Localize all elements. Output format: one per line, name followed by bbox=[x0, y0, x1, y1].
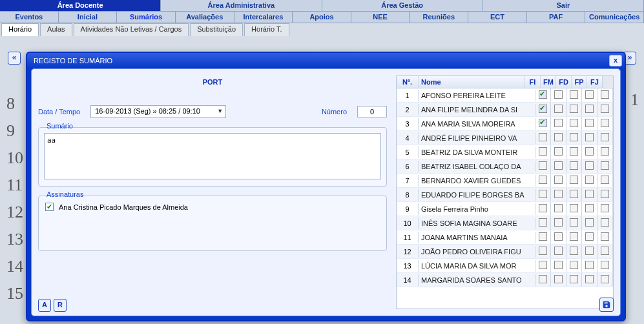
tab-item[interactable]: Substituição bbox=[190, 23, 243, 36]
fm-checkbox[interactable] bbox=[554, 232, 563, 241]
fj-checkbox[interactable] bbox=[601, 275, 609, 283]
fp-checkbox[interactable] bbox=[585, 176, 594, 184]
tab-item[interactable]: Aulas bbox=[40, 23, 72, 36]
fp-checkbox[interactable] bbox=[585, 161, 594, 170]
fj-checkbox[interactable] bbox=[601, 247, 609, 255]
fi-checkbox[interactable] bbox=[539, 176, 547, 184]
fm-checkbox[interactable] bbox=[554, 247, 563, 255]
fi-checkbox[interactable] bbox=[539, 133, 547, 141]
prev-arrow-button[interactable]: « bbox=[8, 52, 21, 65]
fi-checkbox[interactable] bbox=[539, 90, 547, 99]
table-row[interactable]: 1AFONSO PEREIRA LEITE bbox=[397, 88, 613, 103]
secondary-nav-item[interactable]: PAF bbox=[527, 12, 586, 23]
fj-checkbox[interactable] bbox=[601, 218, 609, 227]
fp-checkbox[interactable] bbox=[585, 247, 594, 255]
fd-checkbox[interactable] bbox=[570, 261, 578, 269]
table-row[interactable]: 11JOANA MARTINS MANAIA bbox=[397, 230, 613, 245]
fp-checkbox[interactable] bbox=[585, 232, 594, 241]
table-row[interactable]: 3ANA MARIA SILVA MOREIRA bbox=[397, 117, 613, 131]
fj-checkbox[interactable] bbox=[601, 232, 609, 241]
table-row[interactable]: 8EDUARDO FILIPE BORGES BA bbox=[397, 188, 613, 202]
fm-checkbox[interactable] bbox=[554, 147, 563, 156]
secondary-nav-item[interactable]: Comunicações bbox=[585, 12, 644, 23]
table-row[interactable]: 6BEATRIZ ISABEL COLAÇO DA bbox=[397, 159, 613, 174]
fj-checkbox[interactable] bbox=[601, 190, 609, 198]
fi-checkbox[interactable] bbox=[539, 161, 547, 170]
fi-checkbox[interactable] bbox=[539, 119, 547, 127]
fi-checkbox[interactable] bbox=[539, 247, 547, 255]
fd-checkbox[interactable] bbox=[570, 218, 578, 227]
table-row[interactable]: 2ANA FILIPE MELINDRA DA SI bbox=[397, 103, 613, 117]
table-row[interactable]: 5BEATRIZ DA SILVA MONTEIR bbox=[397, 145, 613, 159]
fp-checkbox[interactable] bbox=[585, 204, 594, 212]
primary-nav-item[interactable]: Área Administrativa bbox=[161, 0, 322, 11]
tab-item[interactable]: Atividades Não Letivas / Cargos bbox=[74, 23, 189, 36]
fm-checkbox[interactable] bbox=[554, 161, 563, 170]
fi-checkbox[interactable] bbox=[539, 218, 547, 227]
fd-checkbox[interactable] bbox=[570, 190, 578, 198]
fd-checkbox[interactable] bbox=[570, 232, 578, 241]
secondary-nav-item[interactable]: Reuniões bbox=[410, 12, 468, 23]
sumario-textarea[interactable] bbox=[44, 133, 381, 179]
th-nome[interactable]: Nome bbox=[419, 76, 525, 88]
fm-checkbox[interactable] bbox=[554, 204, 563, 212]
tab-item[interactable]: Horário T. bbox=[244, 23, 289, 36]
table-row[interactable]: 10INÊS SOFIA MAGINA SOARE bbox=[397, 216, 613, 230]
table-row[interactable]: 7BERNARDO XAVIER GUEDES bbox=[397, 174, 613, 188]
secondary-nav-item[interactable]: Avaliações bbox=[176, 12, 234, 23]
fp-checkbox[interactable] bbox=[585, 119, 594, 127]
fp-checkbox[interactable] bbox=[585, 261, 594, 269]
table-row[interactable]: 13LÚCIA MARIA DA SILVA MOR bbox=[397, 259, 613, 273]
fd-checkbox[interactable] bbox=[570, 176, 578, 184]
fm-checkbox[interactable] bbox=[554, 275, 563, 283]
fi-checkbox[interactable] bbox=[539, 204, 547, 212]
table-row[interactable]: 9Gisela Ferreira Pinho bbox=[397, 202, 613, 216]
fm-checkbox[interactable] bbox=[554, 105, 563, 113]
fj-checkbox[interactable] bbox=[601, 90, 609, 99]
fi-checkbox[interactable] bbox=[539, 232, 547, 241]
fd-checkbox[interactable] bbox=[570, 133, 578, 141]
fd-checkbox[interactable] bbox=[570, 105, 578, 113]
fi-checkbox[interactable] bbox=[539, 147, 547, 156]
fd-checkbox[interactable] bbox=[570, 204, 578, 212]
fm-checkbox[interactable] bbox=[554, 261, 563, 269]
fj-checkbox[interactable] bbox=[601, 105, 609, 113]
fj-checkbox[interactable] bbox=[601, 176, 609, 184]
fd-checkbox[interactable] bbox=[570, 90, 578, 99]
secondary-nav-item[interactable]: Apoios bbox=[293, 12, 351, 23]
save-button[interactable] bbox=[599, 298, 614, 312]
fd-checkbox[interactable] bbox=[570, 247, 578, 255]
fj-checkbox[interactable] bbox=[601, 161, 609, 170]
secondary-nav-item[interactable]: Sumários bbox=[117, 12, 176, 23]
th-fp[interactable]: FP bbox=[572, 76, 587, 88]
fm-checkbox[interactable] bbox=[554, 218, 563, 227]
table-body[interactable]: 1AFONSO PEREIRA LEITE2ANA FILIPE MELINDR… bbox=[397, 88, 613, 309]
secondary-nav-item[interactable]: Inicial bbox=[59, 12, 118, 23]
fi-checkbox[interactable] bbox=[539, 105, 547, 113]
th-fd[interactable]: FD bbox=[556, 76, 572, 88]
fp-checkbox[interactable] bbox=[585, 90, 594, 99]
fd-checkbox[interactable] bbox=[570, 147, 578, 156]
fp-checkbox[interactable] bbox=[585, 275, 594, 283]
table-row[interactable]: 12JOÃO PEDRO OLIVEIRA FIGU bbox=[397, 245, 613, 259]
close-button[interactable]: x bbox=[609, 55, 622, 66]
fm-checkbox[interactable] bbox=[554, 133, 563, 141]
fd-checkbox[interactable] bbox=[570, 275, 578, 283]
fm-checkbox[interactable] bbox=[554, 176, 563, 184]
fd-checkbox[interactable] bbox=[570, 161, 578, 170]
table-row[interactable]: 14MARGARIDA SOARES SANTO bbox=[397, 273, 613, 287]
fm-checkbox[interactable] bbox=[554, 119, 563, 127]
date-select[interactable]: 16-09-2013 (Seg) » 08:25 / 09:10 bbox=[90, 105, 226, 118]
fj-checkbox[interactable] bbox=[601, 147, 609, 156]
fp-checkbox[interactable] bbox=[585, 218, 594, 227]
secondary-nav-item[interactable]: NEE bbox=[351, 12, 410, 23]
th-fi[interactable]: FI bbox=[525, 76, 541, 88]
fi-checkbox[interactable] bbox=[539, 190, 547, 198]
primary-nav-item[interactable]: Sair bbox=[483, 0, 644, 11]
fp-checkbox[interactable] bbox=[585, 133, 594, 141]
secondary-nav-item[interactable]: Eventos bbox=[0, 12, 59, 23]
fj-checkbox[interactable] bbox=[601, 261, 609, 269]
primary-nav-item[interactable]: Área Gestão bbox=[322, 0, 483, 11]
fj-checkbox[interactable] bbox=[601, 204, 609, 212]
tab-item[interactable]: Horário bbox=[1, 23, 39, 36]
